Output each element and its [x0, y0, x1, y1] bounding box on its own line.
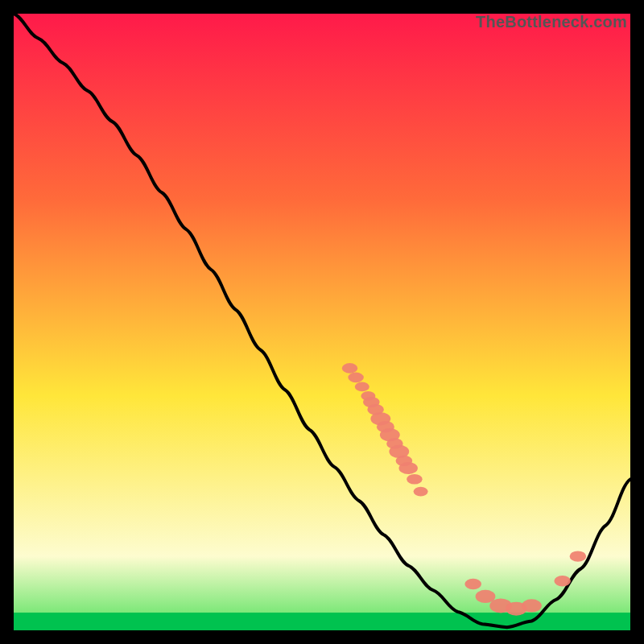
highlight-point — [414, 487, 428, 497]
gradient-background — [14, 14, 630, 630]
highlight-point — [464, 579, 481, 589]
highlight-point — [355, 382, 369, 392]
highlight-point — [342, 363, 357, 374]
highlight-point — [522, 599, 542, 612]
highlight-point — [407, 474, 422, 485]
chart-svg — [14, 14, 630, 630]
watermark-text: TheBottleneck.com — [476, 13, 627, 31]
chart-frame: TheBottleneck.com — [14, 14, 630, 630]
highlight-point — [348, 373, 363, 383]
highlight-point — [554, 576, 571, 586]
highlight-point — [570, 551, 587, 561]
highlight-point — [399, 462, 418, 474]
